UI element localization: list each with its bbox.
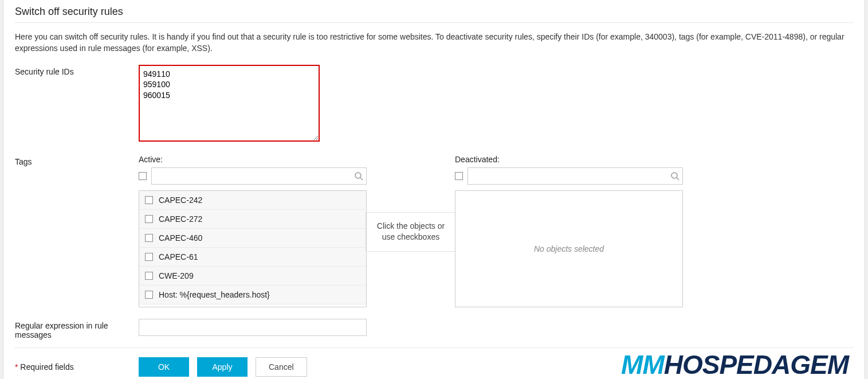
- rule-ids-label: Security rule IDs: [15, 65, 139, 76]
- item-label: CAPEC-272: [159, 214, 202, 224]
- rule-ids-row: Security rule IDs: [15, 65, 853, 143]
- required-asterisk: *: [15, 362, 18, 372]
- regex-input[interactable]: [139, 319, 367, 336]
- switch-off-security-rules-panel: Switch off security rules Here you can s…: [3, 0, 865, 379]
- deactivated-search-input[interactable]: [468, 167, 683, 185]
- list-item[interactable]: CAPEC-272: [139, 210, 366, 229]
- brand-mm: MM: [621, 350, 664, 379]
- list-item[interactable]: CWE-209: [139, 267, 366, 286]
- list-item[interactable]: CAPEC-61: [139, 248, 366, 267]
- picker-hint-text: Click the objects or use checkboxes: [366, 212, 456, 252]
- required-fields-note: * Required fields: [15, 362, 139, 372]
- item-checkbox[interactable]: [145, 215, 153, 223]
- section-description: Here you can switch off security rules. …: [15, 31, 853, 54]
- rule-ids-textarea[interactable]: [139, 65, 320, 142]
- required-fields-label: Required fields: [20, 362, 73, 372]
- section-title: Switch off security rules: [15, 6, 853, 23]
- item-checkbox[interactable]: [145, 196, 153, 204]
- item-label: CAPEC-460: [159, 233, 202, 243]
- empty-text: No objects selected: [534, 244, 604, 253]
- brand-logo: MMHOSPEDAGEM: [621, 351, 849, 378]
- deactivated-label: Deactivated:: [455, 155, 683, 164]
- list-item[interactable]: CAPEC-460: [139, 229, 366, 248]
- item-checkbox[interactable]: [145, 291, 153, 299]
- item-checkbox[interactable]: [145, 272, 153, 280]
- item-label: CAPEC-61: [159, 252, 198, 261]
- active-tags-column: Active: CAPEC-242: [139, 155, 367, 307]
- item-checkbox[interactable]: [145, 253, 153, 261]
- tags-label: Tags: [15, 155, 139, 166]
- regex-label: Regular expression in rule messages: [15, 319, 139, 339]
- active-label: Active:: [139, 155, 367, 164]
- cancel-button[interactable]: Cancel: [256, 357, 307, 377]
- deactivated-select-all-checkbox[interactable]: [455, 172, 463, 180]
- brand-rest: HOSPEDAGEM: [664, 350, 849, 379]
- deactivated-tags-column: Deactivated: No objects selected: [455, 155, 683, 307]
- active-select-all-checkbox[interactable]: [139, 172, 147, 180]
- ok-button[interactable]: OK: [139, 357, 189, 377]
- list-item[interactable]: Host: %{request_headers.host}: [139, 286, 366, 304]
- item-label: CAPEC-242: [159, 196, 202, 205]
- item-label: Host: %{request_headers.host}: [159, 290, 270, 299]
- list-item[interactable]: CAPEC-242: [139, 191, 366, 210]
- item-label: CWE-209: [159, 271, 194, 280]
- item-checkbox[interactable]: [145, 234, 153, 242]
- deactivated-tags-list[interactable]: No objects selected: [455, 190, 683, 307]
- apply-button[interactable]: Apply: [197, 357, 248, 377]
- tags-row: Tags Active:: [15, 155, 853, 307]
- picker-hint: Click the objects or use checkboxes: [366, 212, 456, 252]
- active-search-input[interactable]: [151, 167, 367, 185]
- active-tags-list[interactable]: CAPEC-242 CAPEC-272 CAPEC-460 CAPEC: [139, 190, 367, 307]
- regex-row: Regular expression in rule messages: [15, 319, 853, 339]
